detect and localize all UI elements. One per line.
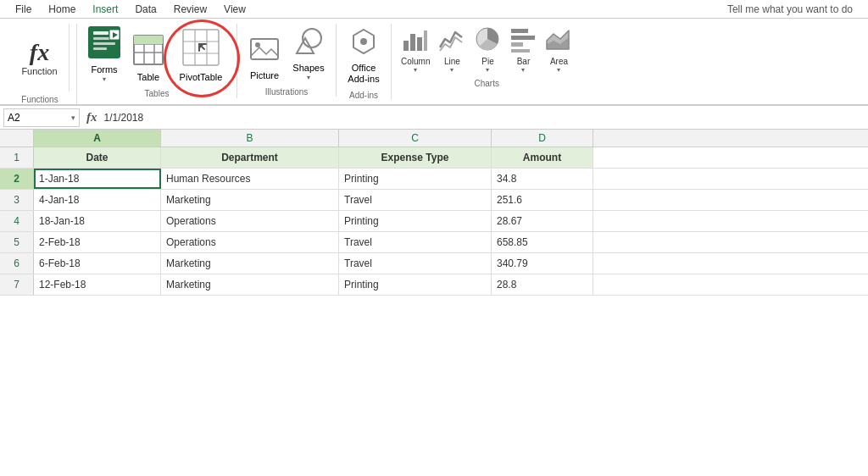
pie-chart-icon xyxy=(474,25,501,56)
area-chart-label: Area xyxy=(550,57,568,66)
cell-B7[interactable]: Marketing xyxy=(161,274,339,295)
line-chart-icon xyxy=(438,25,465,56)
svg-rect-34 xyxy=(511,49,530,53)
svg-rect-3 xyxy=(93,42,115,45)
function-button[interactable]: fx Function xyxy=(10,24,70,91)
pie-chart-button[interactable]: Pie ▾ xyxy=(471,24,504,75)
cell-D2[interactable]: 34.8 xyxy=(492,169,593,189)
cell-D7[interactable]: 28.8 xyxy=(492,274,593,295)
forms-button[interactable]: Forms ▾ xyxy=(84,24,125,86)
row-num-2: 2 xyxy=(0,169,34,189)
cell-B3[interactable]: Marketing xyxy=(161,190,339,210)
svg-rect-4 xyxy=(93,47,107,50)
cell-C3[interactable]: Travel xyxy=(339,190,492,210)
pie-chevron: ▾ xyxy=(486,66,489,74)
column-chevron: ▾ xyxy=(414,66,417,74)
cell-A4[interactable]: 18-Jan-18 xyxy=(34,211,161,231)
formula-input[interactable]: 1/1/2018 xyxy=(104,112,865,124)
pivot-table-button[interactable]: PivotTable xyxy=(172,26,230,86)
svg-rect-13 xyxy=(144,36,154,44)
picture-icon xyxy=(249,34,280,69)
row-num-6: 6 xyxy=(0,253,34,274)
cell-A7[interactable]: 12-Feb-18 xyxy=(34,274,161,295)
forms-icon xyxy=(88,26,120,63)
forms-label: Forms xyxy=(91,64,117,75)
column-chart-label: Column xyxy=(401,57,430,66)
svg-rect-12 xyxy=(134,36,144,44)
picture-label: Picture xyxy=(250,70,279,81)
svg-rect-1 xyxy=(93,31,108,35)
functions-group-label: Functions xyxy=(21,95,58,104)
area-chart-icon xyxy=(545,25,572,56)
cell-C5[interactable]: Travel xyxy=(339,232,492,252)
svg-rect-21 xyxy=(251,39,278,59)
cell-C1[interactable]: Expense Type xyxy=(339,147,492,168)
column-chart-icon xyxy=(402,25,429,56)
column-chart-button[interactable]: Column ▾ xyxy=(398,24,432,75)
ribbon-group-addins: Office Add-ins Add-ins xyxy=(337,24,392,100)
col-header-A[interactable]: A xyxy=(34,130,161,147)
area-chart-button[interactable]: Area ▾ xyxy=(542,24,575,75)
function-label: Function xyxy=(21,66,57,76)
cell-D5[interactable]: 658.85 xyxy=(492,232,593,252)
cell-B6[interactable]: Marketing xyxy=(161,253,339,274)
cell-B5[interactable]: Operations xyxy=(161,232,339,252)
cell-D4[interactable]: 28.67 xyxy=(492,211,593,231)
pie-chart-label: Pie xyxy=(481,57,493,66)
svg-point-25 xyxy=(360,38,367,45)
picture-button[interactable]: Picture xyxy=(244,26,285,84)
cell-D3[interactable]: 251.6 xyxy=(492,190,593,210)
shapes-button[interactable]: Shapes ▾ xyxy=(288,24,329,84)
cell-C4[interactable]: Printing xyxy=(339,211,492,231)
table-row: 6 6-Feb-18 Marketing Travel 340.79 xyxy=(0,253,868,274)
cell-B4[interactable]: Operations xyxy=(161,211,339,231)
svg-rect-29 xyxy=(424,30,427,51)
ribbon-group-illustrations: Picture Shapes ▾ Illustrations xyxy=(237,24,337,97)
ribbon: fx Function Functions xyxy=(0,19,868,106)
svg-rect-32 xyxy=(511,36,535,40)
name-box-value: A2 xyxy=(8,112,70,124)
illustrations-group-label: Illustrations xyxy=(265,87,309,97)
cell-D6[interactable]: 340.79 xyxy=(492,253,593,274)
table-row: 5 2-Feb-18 Operations Travel 658.85 xyxy=(0,232,868,253)
name-box[interactable]: A2 ▾ xyxy=(3,108,80,127)
cell-D1[interactable]: Amount xyxy=(492,147,593,168)
menu-file[interactable]: File xyxy=(7,1,40,18)
cell-C6[interactable]: Travel xyxy=(339,253,492,274)
table-row: 3 4-Jan-18 Marketing Travel 251.6 xyxy=(0,190,868,211)
help-text: Tell me what you want to do xyxy=(727,3,861,15)
office-addins-button[interactable]: Office Add-ins xyxy=(343,24,384,87)
menu-review[interactable]: Review xyxy=(165,1,215,18)
svg-rect-33 xyxy=(511,42,523,47)
menu-data[interactable]: Data xyxy=(126,1,164,18)
cell-C2[interactable]: Printing xyxy=(339,169,492,189)
cell-A5[interactable]: 2-Feb-18 xyxy=(34,232,161,252)
svg-rect-31 xyxy=(511,29,528,33)
line-chart-button[interactable]: Line ▾ xyxy=(436,24,468,75)
cell-A3[interactable]: 4-Jan-18 xyxy=(34,190,161,210)
ribbon-group-charts: Column ▾ Line ▾ xyxy=(392,24,581,88)
cell-A2[interactable]: 1-Jan-18 xyxy=(34,169,161,189)
table-button[interactable]: Table xyxy=(128,28,169,86)
row-num-1: 1 xyxy=(0,147,34,168)
menu-home[interactable]: Home xyxy=(40,1,84,18)
row-num-3: 3 xyxy=(0,190,34,210)
cell-A1[interactable]: Date xyxy=(34,147,161,168)
col-header-B[interactable]: B xyxy=(161,130,339,147)
pivot-table-icon xyxy=(182,29,220,70)
cell-C7[interactable]: Printing xyxy=(339,274,492,295)
menu-insert[interactable]: Insert xyxy=(84,1,126,18)
office-addins-icon xyxy=(348,26,379,61)
area-chevron: ▾ xyxy=(557,66,560,74)
menu-view[interactable]: View xyxy=(215,1,254,18)
ribbon-group-functions: fx Function Functions xyxy=(3,24,77,104)
col-header-C[interactable]: C xyxy=(339,130,492,147)
cell-B2[interactable]: Human Resources xyxy=(161,169,339,189)
cell-A6[interactable]: 6-Feb-18 xyxy=(34,253,161,274)
cell-B1[interactable]: Department xyxy=(161,147,339,168)
table-label: Table xyxy=(137,72,159,83)
svg-rect-27 xyxy=(410,34,415,51)
shapes-label: Shapes xyxy=(292,63,324,74)
bar-chart-button[interactable]: Bar ▾ xyxy=(507,24,539,75)
col-header-D[interactable]: D xyxy=(492,130,593,147)
